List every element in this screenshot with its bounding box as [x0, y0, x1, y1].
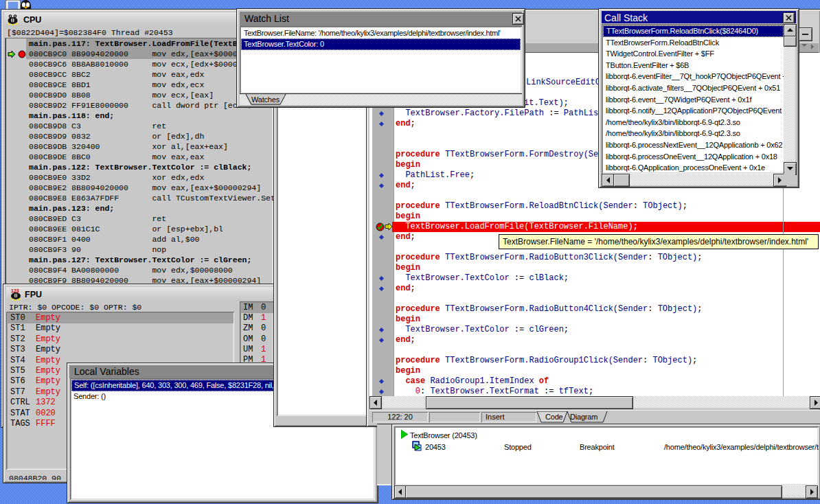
svg-text:123: 123 [11, 288, 19, 293]
